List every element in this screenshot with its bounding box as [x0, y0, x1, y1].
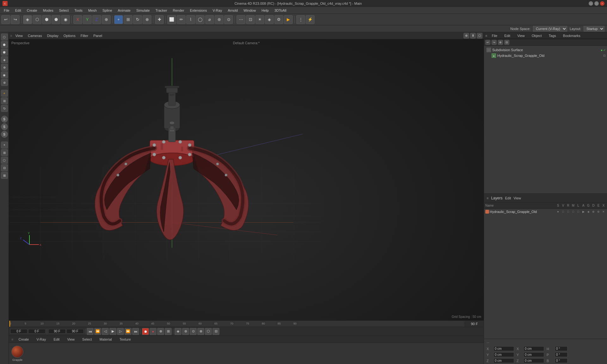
tool-move[interactable]: + — [114, 15, 123, 24]
tool-material[interactable]: ◈ — [265, 15, 274, 24]
menu-vray[interactable]: V-Ray — [210, 8, 224, 13]
sidebar-move-btn[interactable]: + — [1, 90, 8, 97]
frame-end-input-2[interactable] — [66, 329, 84, 334]
mat-menu-texture[interactable]: Texture — [117, 337, 133, 342]
transport-key-sel[interactable]: ⊕ — [157, 328, 164, 335]
mode-object[interactable]: ◈ — [23, 15, 32, 24]
sidebar-btn-7[interactable]: ⊛ — [1, 79, 8, 86]
sidebar-wire-btn[interactable]: ⬡ — [1, 157, 8, 164]
transport-motion-system[interactable]: ⊛ — [182, 328, 189, 335]
transport-play[interactable]: ▶ — [109, 328, 116, 335]
mat-menu-view[interactable]: View — [64, 337, 77, 342]
layout-select[interactable]: Startup — [584, 26, 604, 32]
sidebar-btn-4[interactable]: ◈ — [1, 56, 8, 63]
transport-key-all[interactable]: ⊞ — [165, 328, 172, 335]
tool-render-settings[interactable]: ⚙ — [274, 15, 283, 24]
sidebar-rotate-btn[interactable]: ↻ — [1, 105, 8, 112]
minimize-button[interactable]: — — [589, 1, 593, 6]
transport-dynamics[interactable]: ⬡ — [205, 328, 212, 335]
mat-menu-vray[interactable]: V-Ray — [34, 337, 48, 342]
coord-input-y[interactable] — [494, 352, 514, 357]
menu-arnold[interactable]: Arnold — [225, 8, 240, 13]
sidebar-btn-2[interactable]: ⬢ — [1, 41, 8, 48]
transport-motion-clip[interactable]: ◈ — [175, 328, 181, 335]
menu-edit[interactable]: Edit — [13, 8, 24, 13]
menu-animate[interactable]: Animate — [115, 8, 133, 13]
tool-render[interactable]: ▶ — [284, 15, 293, 24]
material-item-grapple[interactable]: Grapple — [11, 346, 23, 361]
window-controls[interactable]: — □ × — [589, 1, 604, 6]
tool-spline[interactable]: ⌇ — [186, 15, 195, 24]
transport-ik[interactable]: ⊙ — [190, 328, 197, 335]
coord-input-x2[interactable] — [524, 346, 544, 351]
sidebar-s-btn[interactable]: S — [1, 116, 8, 123]
vp-icon-2[interactable]: ⬇ — [470, 33, 476, 39]
mat-menu-create[interactable]: Create — [16, 337, 31, 342]
timeline-ruler[interactable]: 0 5 10 15 20 25 30 35 40 45 50 55 60 65 … — [9, 321, 465, 327]
layer-row-grapple[interactable]: Hydraulic_Scrap_Grapple_Old ● □ □ □ □ ▶ … — [484, 209, 607, 215]
tool-pencil[interactable]: ✏ — [177, 15, 186, 24]
mat-menu-material[interactable]: Material — [97, 337, 114, 342]
sidebar-btn-5[interactable]: ⊕ — [1, 64, 8, 71]
tool-z-axis[interactable]: Z — [92, 15, 101, 24]
menu-simulate[interactable]: Simulate — [134, 8, 152, 13]
obj-hydraulic-grapple[interactable]: ▲ Hydraulic_Scrap_Grapple_Old ⊡ — [484, 53, 607, 58]
transport-ik2[interactable]: ⊗ — [197, 328, 204, 335]
coord-input-y2[interactable] — [524, 352, 544, 357]
coord-input-z[interactable] — [494, 358, 514, 363]
menu-tracker[interactable]: Tracker — [153, 8, 170, 13]
coord-input-z2[interactable] — [524, 358, 544, 363]
tool-extra[interactable]: ⚡ — [306, 15, 315, 24]
vp-menu-view[interactable]: View — [13, 33, 25, 38]
sidebar-ref-btn[interactable]: ⊠ — [1, 172, 8, 179]
vp-menu-options[interactable]: Options — [62, 33, 77, 38]
mode-points[interactable]: ⬡ — [33, 15, 41, 24]
mat-menu-select[interactable]: Select — [80, 337, 95, 342]
tool-x-axis[interactable]: X — [73, 15, 82, 24]
tool-rotate[interactable]: ↻ — [133, 15, 142, 24]
vp-menu-cameras[interactable]: Cameras — [26, 33, 44, 38]
vp-menu-panel[interactable]: Panel — [91, 33, 104, 38]
transport-record[interactable]: ⏺ — [142, 328, 149, 335]
sidebar-btn-6[interactable]: ◉ — [1, 71, 8, 78]
coord-input-b[interactable] — [555, 358, 567, 363]
tool-light[interactable]: ☀ — [255, 15, 264, 24]
tool-all-axes[interactable]: ⊕ — [102, 15, 111, 24]
tool-effector[interactable]: ⊛ — [215, 15, 224, 24]
transport-goto-start[interactable]: ⏮ — [87, 328, 94, 335]
menu-render[interactable]: Render — [170, 8, 187, 13]
tool-add[interactable]: ✚ — [155, 15, 164, 24]
vp-icon-1[interactable]: ⊕ — [463, 33, 469, 39]
menu-help[interactable]: Help — [259, 8, 271, 13]
vp-icon-3[interactable]: ⬡ — [477, 33, 482, 39]
om-tab-file[interactable]: File — [489, 33, 500, 38]
nodespace-select[interactable]: Current (V-Ray) — [533, 26, 567, 32]
sidebar-scale-btn[interactable]: ⊞ — [1, 97, 8, 104]
om-icon-3[interactable]: ⊕ — [498, 40, 503, 45]
sidebar-btn-3[interactable]: ⬟ — [1, 49, 8, 56]
mat-menu-edit[interactable]: Edit — [51, 337, 62, 342]
transport-auto-key[interactable]: ● — [150, 328, 156, 335]
sidebar-snap-btn[interactable]: ⌖ — [1, 142, 8, 149]
vp-menu-filter[interactable]: Filter — [79, 33, 90, 38]
sidebar-s3-btn[interactable]: S — [1, 131, 8, 138]
tool-transform[interactable]: ⊗ — [143, 15, 151, 24]
transport-next-frame[interactable]: ⏩ — [125, 328, 132, 335]
tool-nurbs[interactable]: ◯ — [196, 15, 205, 24]
menu-tools[interactable]: Tools — [72, 8, 85, 13]
om-icon-1[interactable]: ↩ — [485, 40, 490, 45]
sidebar-grid-btn[interactable]: ⊞ — [1, 149, 8, 156]
tool-cube[interactable]: ⬜ — [167, 15, 176, 24]
maximize-button[interactable]: □ — [594, 1, 599, 6]
mode-polys[interactable]: ⬟ — [52, 15, 60, 24]
tool-camera[interactable]: ⊡ — [246, 15, 255, 24]
layers-view-tab[interactable]: View — [513, 196, 521, 200]
viewport-3d[interactable]: X Y Z Perspective Default Camera:* Grid … — [9, 39, 484, 320]
tool-deform[interactable]: ⌀ — [205, 15, 214, 24]
mode-edges[interactable]: ⬢ — [42, 15, 51, 24]
om-tab-bookmarks[interactable]: Bookmarks — [561, 33, 583, 38]
transport-prev-key[interactable]: ◁ — [102, 328, 109, 335]
tool-y-axis[interactable]: Y — [83, 15, 92, 24]
transport-goto-end[interactable]: ⏭ — [132, 328, 139, 335]
om-tab-object[interactable]: Object — [529, 33, 544, 38]
